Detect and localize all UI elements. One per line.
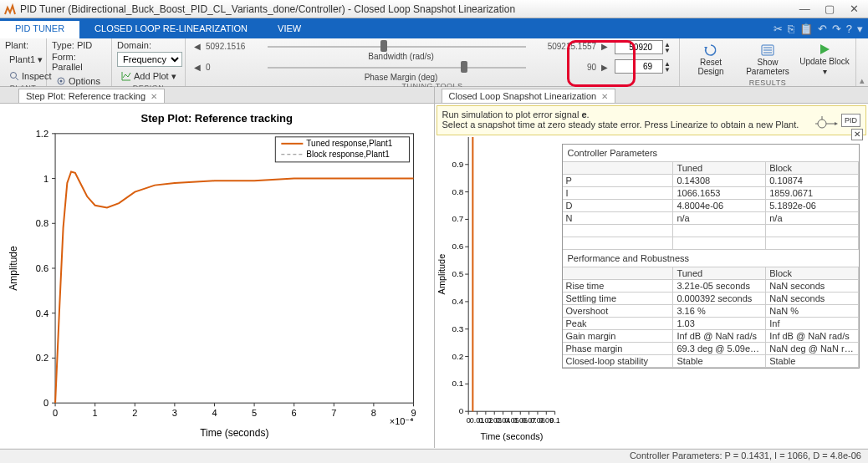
close-params-button[interactable]: ✕ <box>851 129 863 140</box>
qa-minimize-ribbon-icon[interactable]: ▾ <box>857 23 863 35</box>
snapshot-axes: 00.10.20.30.40.50.60.70.80.900.010.020.0… <box>435 129 560 445</box>
svg-line-1 <box>16 78 18 80</box>
qa-copy-icon[interactable]: ⎘ <box>788 23 794 35</box>
pm-min-label: 0 <box>206 63 263 72</box>
svg-text:3: 3 <box>172 408 177 418</box>
show-parameters-button[interactable]: Show Parameters <box>742 40 794 79</box>
svg-text:0.4: 0.4 <box>452 297 463 306</box>
chevron-right-icon[interactable]: ▶ <box>601 42 608 51</box>
domain-label: Domain: <box>117 40 182 50</box>
table-row: Settling time0.000392 secondsNaN seconds <box>563 293 860 305</box>
bandwidth-slider[interactable] <box>268 40 526 52</box>
statusbar: Controller Parameters: P = 0.1431, I = 1… <box>0 449 868 463</box>
svg-text:0.3: 0.3 <box>452 324 463 333</box>
tab-pid-tuner[interactable]: PID TUNER <box>0 18 79 38</box>
svg-text:Amplitude: Amplitude <box>8 246 19 291</box>
reset-design-button[interactable]: Reset Design <box>685 40 737 79</box>
bandwidth-input[interactable] <box>615 40 663 54</box>
table-row: Peak1.03Inf <box>563 318 860 330</box>
svg-text:1: 1 <box>43 174 49 184</box>
svg-text:0: 0 <box>458 406 463 415</box>
svg-rect-9 <box>55 134 413 403</box>
update-block-button[interactable]: Update Block ▾ <box>799 40 850 79</box>
svg-text:0.4: 0.4 <box>36 308 49 318</box>
svg-point-0 <box>11 73 17 79</box>
doc-tab-step-plot[interactable]: Step Plot: Reference tracking✕ <box>18 89 165 103</box>
qa-cut-icon[interactable]: ✂ <box>774 23 783 35</box>
pm-max-label: 90 <box>531 63 596 72</box>
bw-label: Bandwidth (rad/s) <box>194 52 608 61</box>
bw-spin-down[interactable]: ▼ <box>664 48 671 53</box>
svg-text:0.2: 0.2 <box>36 353 49 363</box>
table-row: Overshoot3.16 %NaN % <box>563 305 860 318</box>
domain-dropdown[interactable]: Frequency <box>117 52 182 67</box>
svg-text:0.9: 0.9 <box>452 160 463 169</box>
table-row: Gain marginInf dB @ NaN rad/sInf dB @ Na… <box>563 330 860 343</box>
svg-text:Amplitude: Amplitude <box>437 254 447 295</box>
chevron-down-icon: ▾ <box>823 67 827 76</box>
play-icon <box>818 43 831 56</box>
qa-undo-icon[interactable]: ↶ <box>818 23 827 35</box>
table-row: D4.8004e-065.1892e-06 <box>563 200 860 212</box>
magnifier-icon <box>9 71 19 81</box>
phase-margin-slider[interactable] <box>268 61 526 73</box>
params-table: Controller Parameters TunedBlock P0.1430… <box>562 144 860 369</box>
svg-text:0.5: 0.5 <box>452 269 463 278</box>
svg-text:0.8: 0.8 <box>36 218 49 228</box>
svg-text:2: 2 <box>132 408 137 418</box>
svg-text:×10⁻⁴: ×10⁻⁴ <box>390 416 415 426</box>
svg-text:0.1: 0.1 <box>549 416 559 425</box>
window-controls: — ▢ ✕ <box>794 3 865 15</box>
qa-redo-icon[interactable]: ↷ <box>832 23 841 35</box>
svg-text:4: 4 <box>212 408 217 418</box>
add-plot-button[interactable]: Add Plot ▾ <box>117 69 182 84</box>
collapse-ribbon-icon[interactable]: ▴ <box>856 38 868 86</box>
pm-spin-down[interactable]: ▼ <box>664 67 671 73</box>
qa-help-icon[interactable]: ? <box>846 23 852 35</box>
pid-block-icon: PID <box>841 114 860 127</box>
svg-text:0.1: 0.1 <box>452 379 463 388</box>
type-value: PID <box>77 40 92 50</box>
svg-text:0: 0 <box>53 408 58 418</box>
minimize-button[interactable]: — <box>794 3 815 15</box>
close-icon[interactable]: ✕ <box>151 92 157 101</box>
perf-title: Performance and Robustness <box>563 250 860 267</box>
doc-tab-closed-loop[interactable]: Closed Loop Snapshot Linearization✕ <box>442 89 616 103</box>
table-row: Nn/an/a <box>563 212 860 225</box>
svg-text:0.8: 0.8 <box>452 187 463 196</box>
params-title: Controller Parameters <box>563 145 860 162</box>
pm-label: Phase Margin (deg) <box>194 73 608 82</box>
maximize-button[interactable]: ▢ <box>819 3 840 15</box>
table-row: Closed-loop stabilityStableStable <box>563 355 860 368</box>
sum-icon <box>814 109 840 131</box>
svg-text:7: 7 <box>331 408 336 418</box>
close-icon[interactable]: ✕ <box>601 92 608 101</box>
titlebar: PID Tuner (Bidirectional_Buck_Boost_PID_… <box>0 0 868 18</box>
svg-text:0.2: 0.2 <box>452 352 463 361</box>
close-button[interactable]: ✕ <box>843 3 865 15</box>
svg-text:Step Plot: Reference tracking: Step Plot: Reference tracking <box>141 112 293 125</box>
chevron-right-icon[interactable]: ▶ <box>601 63 608 72</box>
svg-text:8: 8 <box>371 408 376 418</box>
ribbon-tabs: PID TUNER CLOSED LOOP RE-LINEARIZATION V… <box>0 18 868 38</box>
app-icon <box>3 3 17 16</box>
qa-paste-icon[interactable]: 📋 <box>799 23 813 35</box>
chevron-left-icon[interactable]: ◀ <box>194 63 201 72</box>
tab-relinearization[interactable]: CLOSED LOOP RE-LINEARIZATION <box>79 18 263 38</box>
svg-text:Time (seconds): Time (seconds) <box>480 431 543 441</box>
svg-text:0.6: 0.6 <box>452 242 463 251</box>
bw-min-label: 5092.1516 <box>206 42 263 51</box>
svg-text:1.2: 1.2 <box>36 129 49 139</box>
chevron-left-icon[interactable]: ◀ <box>194 42 201 51</box>
tab-view[interactable]: VIEW <box>263 18 316 38</box>
svg-text:1: 1 <box>93 408 98 418</box>
svg-text:Block response,Plant1: Block response,Plant1 <box>306 150 390 159</box>
table-row: Rise time3.21e-05 secondsNaN seconds <box>563 280 860 293</box>
table-row: I1066.16531859.0671 <box>563 187 860 200</box>
toolbar-quickaccess: ✂ ⎘ 📋 ↶ ↷ ? ▾ <box>774 18 868 38</box>
svg-text:Tuned response,Plant1: Tuned response,Plant1 <box>306 139 392 148</box>
step-plot-chart: Step Plot: Reference tracking01234567890… <box>3 107 431 445</box>
gear-icon <box>56 76 66 86</box>
type-label: Type: <box>52 40 74 50</box>
phasemargin-input[interactable] <box>615 59 663 74</box>
